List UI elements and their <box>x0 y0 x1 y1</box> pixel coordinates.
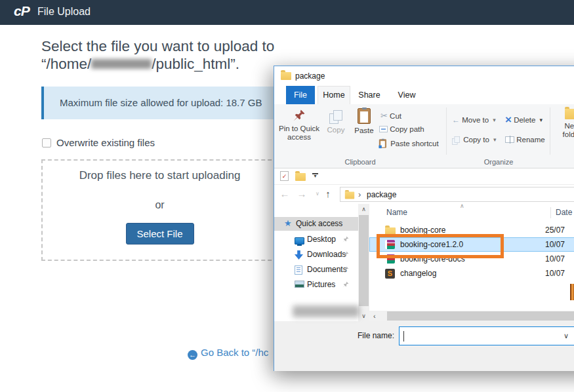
paste-clipboard-icon <box>358 108 371 124</box>
address-bar[interactable]: › package <box>340 187 574 202</box>
folder-icon[interactable] <box>295 173 306 181</box>
folder-icon <box>281 72 291 80</box>
copy-button[interactable]: Copy <box>323 110 349 134</box>
pin-to-quick-access-button[interactable]: Pin to Quick access <box>278 109 320 142</box>
rename-label: Rename <box>516 136 544 144</box>
tab-home[interactable]: Home <box>318 86 350 104</box>
explorer-ribbon: Pin to Quick access Copy Paste ✂ Cut Cop… <box>274 104 574 168</box>
file-explorer-window: package File HomeShareView Pin to Quick … <box>274 66 574 371</box>
overwrite-checkbox[interactable] <box>42 138 51 147</box>
move-to-icon: ← <box>452 115 460 125</box>
sidebar-scrollbar[interactable]: ∧ <box>358 204 369 311</box>
tab-file[interactable]: File <box>286 86 315 104</box>
file-dropzone[interactable]: Drop files here to start uploading or Se… <box>41 159 278 261</box>
pinned-pushpin-icon <box>342 236 349 243</box>
file-list-horizontal-scrollbar[interactable]: ‹ <box>369 311 574 321</box>
customize-toolbar-dropdown-icon[interactable] <box>312 172 318 178</box>
redacted-username <box>91 59 152 69</box>
breadcrumb-chevron-icon: › <box>358 189 361 199</box>
tab-share[interactable]: Share <box>354 86 384 104</box>
paste-shortcut-label: Paste shortcut <box>390 140 439 147</box>
upload-path-suffix: /public_html”. <box>152 56 239 72</box>
file-date: 10/07 <box>545 237 565 252</box>
file-name: changelog <box>400 266 436 281</box>
copy-pages-icon <box>329 110 342 123</box>
cpanel-header: cP File Upload <box>0 0 574 25</box>
combo-chevron-down-icon[interactable]: ∨ <box>564 332 569 340</box>
paste-shortcut-icon <box>379 139 386 147</box>
column-separator[interactable] <box>550 207 551 218</box>
annotation-highlight-box <box>377 234 504 258</box>
copy-label: Copy <box>327 126 345 134</box>
file-dialog-bottom-panel: File name: ∨ <box>274 321 574 371</box>
sidebar-item-label: Documents <box>307 263 347 277</box>
copy-path-button[interactable]: Copy path <box>379 123 424 134</box>
up-arrow-icon[interactable]: ↑ <box>321 187 335 201</box>
back-arrow-icon[interactable]: ← <box>278 187 291 201</box>
scrollbar-thumb[interactable] <box>359 215 369 306</box>
column-header-name[interactable]: Name <box>386 208 407 217</box>
scroll-up-icon[interactable]: ∧ <box>358 206 369 212</box>
tab-view[interactable]: View <box>392 86 421 104</box>
navigation-pane: ★ Quick access DesktopDownloadsDocuments… <box>274 204 358 311</box>
scroll-down-icon[interactable]: ∨ <box>358 311 369 321</box>
dropzone-text: Drop files here to start uploading <box>43 169 277 182</box>
scrollbar-thumb[interactable] <box>387 311 574 321</box>
sidebar-item-pictures[interactable]: Pictures <box>274 278 358 292</box>
pinned-pushpin-icon <box>342 266 349 273</box>
explorer-navigation-row: ← → ∨ ↑ › package <box>274 185 574 204</box>
sidebar-item-desktop[interactable]: Desktop <box>274 233 358 246</box>
pin-to-quick-access-label: Pin to Quick access <box>279 125 319 141</box>
column-header-date[interactable]: Date <box>556 208 572 217</box>
ribbon-group-organize: Organize <box>446 158 551 166</box>
cut-button[interactable]: ✂ Cut <box>380 109 401 121</box>
select-file-button[interactable]: Select File <box>125 223 194 245</box>
paste-button[interactable]: Paste <box>350 108 378 135</box>
move-to-button[interactable]: ← Move to ▾ <box>452 113 496 125</box>
forward-arrow-icon[interactable]: → <box>295 187 308 201</box>
max-filesize-text: Maximum file size allowed for upload: 18… <box>60 87 262 119</box>
file-date: 25/07 <box>545 223 565 237</box>
sort-ascending-icon: ∧ <box>460 203 464 209</box>
page-title: File Upload <box>37 6 91 18</box>
breadcrumb-current-folder[interactable]: package <box>367 190 396 199</box>
upload-heading-line1: Select the file you want to upload to <box>41 38 274 54</box>
folder-icon <box>345 192 354 199</box>
copy-to-button[interactable]: Copy to ▾ <box>452 133 497 145</box>
explorer-window-title: package <box>295 71 325 81</box>
sidebar-item-documents[interactable]: Documents <box>274 263 358 277</box>
rename-button[interactable]: Rename <box>505 133 545 145</box>
file-name-input[interactable]: ∨ <box>399 326 574 345</box>
sidebar-item-label: Downloads <box>307 248 346 262</box>
clipped-file-icon <box>570 284 574 300</box>
redacted-sidebar-item <box>293 305 359 317</box>
properties-check-icon[interactable] <box>280 171 289 181</box>
file-row[interactable]: changelog10/07 <box>369 266 574 281</box>
copy-to-icon <box>452 136 457 143</box>
text-caret <box>403 331 404 342</box>
explorer-titlebar[interactable]: package <box>274 66 574 86</box>
new-folder-label: New folder <box>563 122 574 138</box>
go-back-link[interactable]: ←Go Back to “/hc <box>188 347 268 359</box>
desktop-icon <box>295 237 304 245</box>
documents-icon <box>295 265 302 275</box>
sidebar-item-quick-access[interactable]: ★ Quick access <box>274 217 358 231</box>
pushpin-red-icon <box>278 109 320 122</box>
overwrite-label: Overwrite existing files <box>56 137 155 148</box>
chevron-down-icon: ▾ <box>540 117 543 123</box>
file-date: 10/07 <box>545 252 565 266</box>
sidebar-item-downloads[interactable]: Downloads <box>274 248 358 262</box>
new-folder-button[interactable]: New folder <box>555 109 574 139</box>
explorer-menu-tabs: File HomeShareView <box>274 86 574 104</box>
screen: cP File Upload Select the file you want … <box>0 0 574 392</box>
scroll-left-icon[interactable]: ‹ <box>373 311 376 321</box>
cut-label: Cut <box>390 112 401 120</box>
sidebar-item-label: Quick access <box>296 217 342 231</box>
paste-shortcut-button[interactable]: Paste shortcut <box>379 136 439 147</box>
ribbon-group-clipboard: Clipboard <box>274 158 446 166</box>
delete-button[interactable]: × Delete ▾ <box>505 113 543 125</box>
copy-path-label: Copy path <box>390 125 424 133</box>
quick-access-toolbar <box>274 168 574 185</box>
sublime-file-icon <box>385 269 395 279</box>
delete-x-icon: × <box>505 113 512 126</box>
